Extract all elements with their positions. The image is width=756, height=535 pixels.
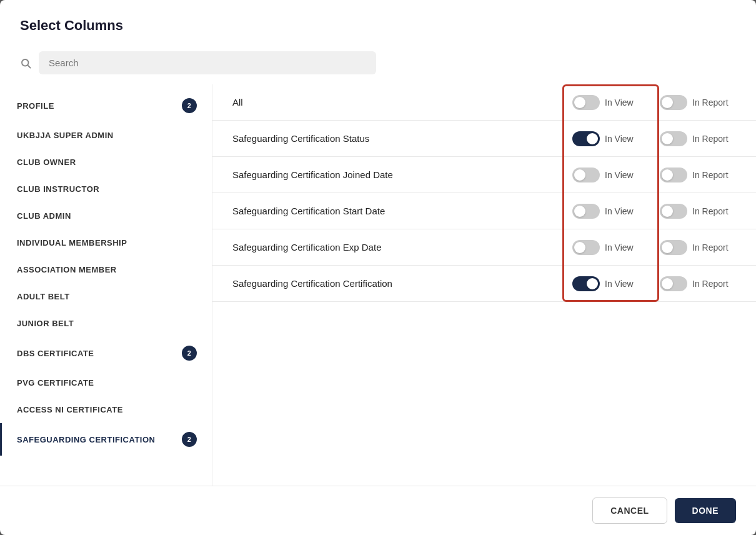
sidebar-item-club-admin[interactable]: CLUB ADMIN xyxy=(0,202,212,229)
toggle-in-report-status[interactable]: In Report xyxy=(649,131,736,146)
in-view-label: In View xyxy=(605,134,649,144)
sidebar-item-club-owner[interactable]: CLUB OWNER xyxy=(0,149,212,176)
toggle-switch-in-view-certification[interactable] xyxy=(572,276,600,291)
sidebar-item-label: ASSOCIATION MEMBER xyxy=(17,265,117,274)
toggle-in-view-joined-date[interactable]: In View xyxy=(561,168,649,182)
toggle-in-report-joined-date[interactable]: In Report xyxy=(649,168,736,182)
toggle-switch-in-report-all[interactable] xyxy=(660,95,687,110)
in-report-label: In Report xyxy=(692,98,736,108)
in-report-label: In Report xyxy=(692,279,736,289)
toggle-in-view-all[interactable]: In View xyxy=(561,95,649,110)
sidebar-item-dbs-certificate[interactable]: DBS CERTIFICATE2 xyxy=(0,337,212,369)
toggle-in-report-start-date[interactable]: In Report xyxy=(649,204,736,219)
search-input[interactable] xyxy=(39,51,376,74)
in-view-label: In View xyxy=(605,170,649,180)
toggle-switch-in-report-certification[interactable] xyxy=(660,276,687,291)
sidebar-item-junior-belt[interactable]: JUNIOR BELT xyxy=(0,310,212,337)
toggle-switch-in-report-start-date[interactable] xyxy=(660,204,687,219)
sidebar-item-label: ACCESS NI CERTIFICATE xyxy=(17,405,123,414)
sidebar-item-label: UKBJJA SUPER ADMIN xyxy=(17,131,114,140)
toggle-in-view-start-date[interactable]: In View xyxy=(561,204,649,219)
sidebar-item-label: CLUB INSTRUCTOR xyxy=(17,184,99,194)
sidebar-item-club-instructor[interactable]: CLUB INSTRUCTOR xyxy=(0,176,212,202)
modal-header: Select Columns xyxy=(0,0,756,44)
toggle-in-view-status[interactable]: In View xyxy=(561,131,649,146)
sidebar-item-access-ni-certificate[interactable]: ACCESS NI CERTIFICATE xyxy=(0,396,212,423)
sidebar-item-label: PROFILE xyxy=(17,101,54,111)
in-report-label: In Report xyxy=(692,170,736,180)
sidebar-item-label: JUNIOR BELT xyxy=(17,319,74,328)
toggle-switch-in-view-status[interactable] xyxy=(572,131,600,146)
column-label: Safeguarding Certification Joined Date xyxy=(232,169,561,180)
in-report-label: In Report xyxy=(692,206,736,216)
sidebar-badge: 2 xyxy=(182,346,197,361)
sidebar-item-label: DBS CERTIFICATE xyxy=(17,349,94,358)
toggle-switch-in-view-exp-date[interactable] xyxy=(572,240,600,255)
column-label: Safeguarding Certification Certification xyxy=(232,278,561,289)
sidebar-item-pvg-certificate[interactable]: PVG CERTIFICATE xyxy=(0,369,212,396)
content-wrapper: AllIn ViewIn ReportSafeguarding Certific… xyxy=(212,84,756,486)
in-report-label: In Report xyxy=(692,134,736,144)
sidebar-item-label: ADULT BELT xyxy=(17,292,70,301)
sidebar-item-label: CLUB ADMIN xyxy=(17,211,71,221)
in-view-label: In View xyxy=(605,98,649,108)
done-button[interactable]: DONE xyxy=(675,498,736,523)
sidebar-item-association-member[interactable]: ASSOCIATION MEMBER xyxy=(0,256,212,283)
sidebar-item-profile[interactable]: PROFILE2 xyxy=(0,89,212,122)
toggle-switch-in-view-all[interactable] xyxy=(572,95,600,110)
sidebar-item-individual-membership[interactable]: INDIVIDUAL MEMBERSHIP xyxy=(0,229,212,256)
column-label: All xyxy=(232,97,561,108)
svg-line-1 xyxy=(27,65,30,68)
column-row-start-date: Safeguarding Certification Start DateIn … xyxy=(212,193,756,229)
sidebar-item-label: INDIVIDUAL MEMBERSHIP xyxy=(17,238,127,248)
sidebar-item-adult-belt[interactable]: ADULT BELT xyxy=(0,283,212,310)
modal-body: PROFILE2UKBJJA SUPER ADMINCLUB OWNERCLUB… xyxy=(0,84,756,486)
toggle-switch-in-view-joined-date[interactable] xyxy=(572,168,600,182)
column-label: Safeguarding Certification Status xyxy=(232,133,561,144)
toggle-switch-in-report-status[interactable] xyxy=(660,131,687,146)
in-view-label: In View xyxy=(605,279,649,289)
modal: Select Columns PROFILE2UKBJJA SUPER ADMI… xyxy=(0,0,756,535)
column-label: Safeguarding Certification Start Date xyxy=(232,206,561,216)
sidebar-item-safeguarding-certification[interactable]: SAFEGUARDING CERTIFICATION2 xyxy=(0,423,212,456)
toggle-in-view-exp-date[interactable]: In View xyxy=(561,240,649,255)
sidebar-item-label: CLUB OWNER xyxy=(17,158,76,167)
modal-title: Select Columns xyxy=(20,18,736,34)
column-row-certification: Safeguarding Certification Certification… xyxy=(212,266,756,302)
column-row-all: AllIn ViewIn Report xyxy=(212,84,756,121)
search-icon xyxy=(20,58,31,69)
column-row-status: Safeguarding Certification StatusIn View… xyxy=(212,121,756,157)
cancel-button[interactable]: CANCEL xyxy=(592,498,667,524)
toggle-switch-in-report-joined-date[interactable] xyxy=(660,168,687,182)
modal-footer: CANCEL DONE xyxy=(0,486,756,535)
sidebar: PROFILE2UKBJJA SUPER ADMINCLUB OWNERCLUB… xyxy=(0,84,212,486)
toggle-in-view-certification[interactable]: In View xyxy=(561,276,649,291)
toggle-in-report-exp-date[interactable]: In Report xyxy=(649,240,736,255)
toggle-switch-in-report-exp-date[interactable] xyxy=(660,240,687,255)
column-row-joined-date: Safeguarding Certification Joined DateIn… xyxy=(212,157,756,193)
sidebar-item-ukbjja-super-admin[interactable]: UKBJJA SUPER ADMIN xyxy=(0,122,212,149)
in-report-label: In Report xyxy=(692,242,736,252)
column-row-exp-date: Safeguarding Certification Exp DateIn Vi… xyxy=(212,229,756,266)
in-view-label: In View xyxy=(605,206,649,216)
sidebar-badge: 2 xyxy=(182,98,197,113)
sidebar-item-label: SAFEGUARDING CERTIFICATION xyxy=(17,435,155,444)
column-list: AllIn ViewIn ReportSafeguarding Certific… xyxy=(212,84,756,302)
column-label: Safeguarding Certification Exp Date xyxy=(232,242,561,252)
toggle-switch-in-view-start-date[interactable] xyxy=(572,204,600,219)
toggle-in-report-certification[interactable]: In Report xyxy=(649,276,736,291)
in-view-label: In View xyxy=(605,242,649,252)
sidebar-badge: 2 xyxy=(182,432,197,447)
sidebar-item-label: PVG CERTIFICATE xyxy=(17,378,94,388)
toggle-in-report-all[interactable]: In Report xyxy=(649,95,736,110)
search-bar xyxy=(0,44,756,84)
